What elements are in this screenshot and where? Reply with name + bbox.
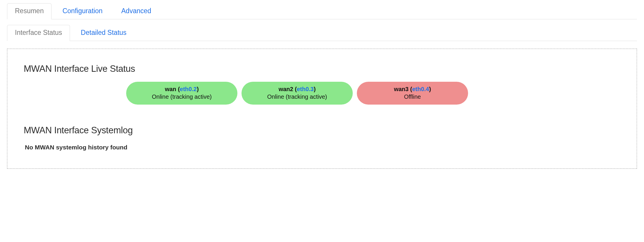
main-tab-bar: Resumen Configuration Advanced (7, 3, 637, 19)
tab-configuration[interactable]: Configuration (54, 3, 110, 19)
tab-resumen[interactable]: Resumen (7, 3, 52, 19)
systemlog-empty-message: No MWAN systemlog history found (25, 144, 620, 151)
interface-pill-title: wan (eth0.2) (129, 85, 234, 93)
interface-device-link[interactable]: eth0.4 (412, 86, 429, 92)
content-panel: MWAN Interface Live Status wan (eth0.2) … (7, 49, 637, 169)
subtab-detailed-status[interactable]: Detailed Status (73, 25, 134, 41)
interface-status-text: Online (tracking active) (244, 93, 350, 100)
systemlog-heading: MWAN Interface Systemlog (24, 125, 620, 136)
interface-pill-title: wan3 (eth0.4) (360, 85, 465, 93)
interface-status-text: Online (tracking active) (129, 93, 234, 100)
interface-pill-wan2: wan2 (eth0.3) Online (tracking active) (242, 82, 353, 105)
interface-pill-wan3: wan3 (eth0.4) Offline (357, 82, 468, 105)
interface-device-link[interactable]: eth0.3 (297, 86, 314, 92)
interface-device-link[interactable]: eth0.2 (180, 86, 197, 92)
interface-pill-wan: wan (eth0.2) Online (tracking active) (126, 82, 237, 105)
subtab-interface-status[interactable]: Interface Status (7, 25, 70, 41)
interface-status-text: Offline (360, 93, 465, 100)
interface-name: wan (165, 86, 176, 92)
interface-name: wan3 (394, 86, 409, 92)
live-status-heading: MWAN Interface Live Status (24, 64, 620, 74)
tab-advanced[interactable]: Advanced (113, 3, 159, 19)
sub-tab-bar: Interface Status Detailed Status (7, 25, 637, 41)
interface-pill-row: wan (eth0.2) Online (tracking active) wa… (126, 82, 620, 105)
interface-pill-title: wan2 (eth0.3) (244, 85, 350, 93)
interface-name: wan2 (279, 86, 293, 92)
